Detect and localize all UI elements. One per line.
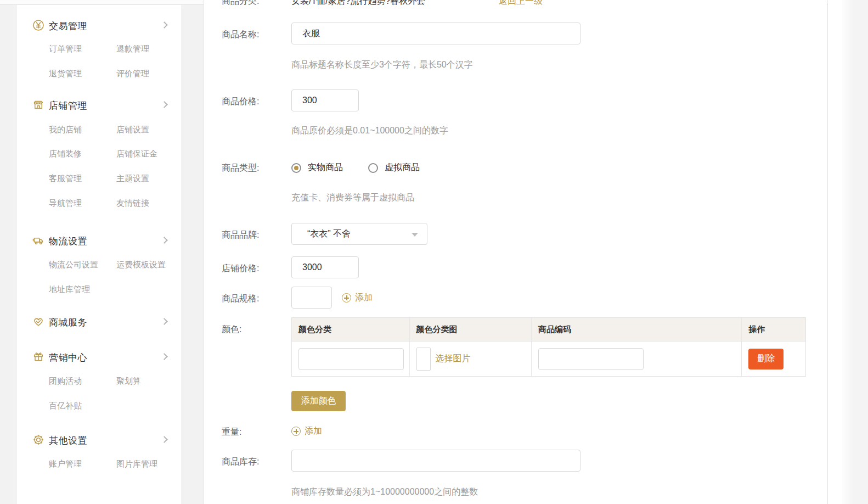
yen-circle-icon [32,19,44,31]
sidebar-item-juhuasuan[interactable]: 聚划算 [116,376,141,387]
product-type-hint: 充值卡、消费券等属于虚拟商品 [291,192,414,203]
pick-image-link[interactable]: 选择图片 [436,353,471,365]
back-to-parent-link[interactable]: 返回上一级 [499,0,543,7]
sidebar-section-logistics[interactable]: 物流设置 [17,234,181,248]
add-spec-label: 添加 [355,292,373,304]
delete-row-button[interactable]: 删除 [748,349,784,369]
sidebar-item-theme-settings[interactable]: 主题设置 [116,173,149,184]
sidebar-item-account-mgmt[interactable]: 账户管理 [49,458,82,469]
chevron-right-icon [161,101,168,108]
sidebar-section-other[interactable]: 其他设置 [17,434,181,447]
sidebar-section-title: 营销中心 [49,351,87,364]
sidebar-item-friend-links[interactable]: 友情链接 [116,198,149,209]
radio-physical-product[interactable] [291,163,301,173]
sidebar-item-refund-mgmt[interactable]: 退款管理 [116,43,149,54]
chevron-right-icon [161,21,168,29]
product-price-hint: 商品原价必须是0.01~100000之间的数字 [291,125,448,136]
sidebar-item-my-shop[interactable]: 我的店铺 [49,124,82,135]
sidebar-section-title: 物流设置 [49,235,87,248]
stock-input[interactable] [291,450,580,472]
product-price-input[interactable] [291,89,359,111]
product-name-label: 商品名称: [222,29,290,40]
product-name-input[interactable] [291,23,580,44]
radio-physical-label: 实物商品 [308,162,343,173]
color-label: 颜色: [222,324,290,335]
sidebar-section-trade[interactable]: 交易管理 [17,19,181,32]
sidebar-item-shop-deposit[interactable]: 店铺保证金 [116,148,157,159]
stock-hint: 商铺库存数量必须为1~10000000000之间的整数 [291,486,478,497]
right-side-panel [842,0,868,504]
sidebar-item-order-mgmt[interactable]: 订单管理 [49,43,82,54]
sidebar-section-mall-service[interactable]: 商城服务 [17,316,181,329]
sidebar-section-marketing[interactable]: 营销中心 [17,351,181,364]
spec-input[interactable] [291,287,332,309]
chevron-right-icon [161,318,168,325]
shop-price-label: 店铺价格: [222,263,290,274]
image-preview-box [416,348,431,371]
add-color-button[interactable]: 添加颜色 [291,391,346,411]
chevron-right-icon [161,436,168,443]
plus-circle-icon [342,293,351,303]
plus-circle-icon [291,427,301,436]
gear-icon [32,434,44,446]
truck-icon [32,234,44,247]
radio-virtual-label: 虚拟商品 [385,162,420,173]
brand-label: 商品品牌: [222,229,290,240]
sidebar-item-image-library[interactable]: 图片库管理 [116,458,157,469]
stock-label: 商品库存: [222,456,290,467]
gift-icon [32,351,44,363]
col-header-color-image: 颜色分类图 [410,318,532,341]
page: 交易管理 订单管理 退款管理 退货管理 评价管理 店铺管理 我的店铺 店铺设置 … [0,0,868,504]
right-gutter [828,0,842,504]
add-weight-link[interactable]: 添加 [291,425,322,437]
weight-label: 重量: [222,427,290,438]
chevron-right-icon [161,353,168,360]
spec-label: 商品规格: [222,293,290,304]
shop-price-input[interactable] [291,256,359,278]
sidebar-item-shop-settings[interactable]: 店铺设置 [116,124,149,135]
sidebar-item-review-mgmt[interactable]: 评价管理 [116,68,149,79]
sidebar-item-nav-mgmt[interactable]: 导航管理 [49,198,82,209]
sidebar-item-return-mgmt[interactable]: 退货管理 [49,68,82,79]
brand-select[interactable]: “衣衣” 不舍 [291,223,427,245]
col-header-product-code: 商品编码 [532,318,742,341]
chevron-right-icon [161,237,168,244]
add-weight-label: 添加 [305,425,322,437]
color-category-input[interactable] [298,348,404,370]
sidebar-item-address-library[interactable]: 地址库管理 [49,284,90,295]
category-value: 女装/T恤/家居?流行趋势?春秋外套 [291,0,425,7]
sidebar-item-subsidy[interactable]: 百亿补贴 [49,400,82,411]
color-table-header: 颜色分类 颜色分类图 商品编码 操作 [291,317,806,341]
sidebar-section-title: 商城服务 [49,316,87,329]
storefront-icon [32,99,44,111]
sidebar: 交易管理 订单管理 退款管理 退货管理 评价管理 店铺管理 我的店铺 店铺设置 … [17,5,181,504]
sidebar-section-title: 交易管理 [49,20,87,32]
brand-select-value: “衣衣” 不舍 [307,228,351,240]
category-label: 商品分类: [222,0,290,7]
add-spec-link[interactable]: 添加 [342,292,373,304]
sidebar-item-group-buy[interactable]: 团购活动 [49,376,82,387]
sidebar-item-shop-decor[interactable]: 店铺装修 [49,148,82,159]
product-code-input[interactable] [538,348,644,370]
sidebar-item-logistics-company[interactable]: 物流公司设置 [49,259,98,270]
sidebar-item-freight-template[interactable]: 运费模板设置 [116,259,166,270]
handshake-icon [32,316,44,328]
col-header-actions: 操作 [742,318,805,341]
color-table-row: 选择图片 删除 [291,341,806,377]
radio-virtual-product[interactable] [368,163,378,173]
col-header-color-category: 颜色分类 [292,318,410,341]
product-price-label: 商品价格: [222,96,290,107]
product-type-label: 商品类型: [222,163,290,173]
sidebar-section-shop[interactable]: 店铺管理 [17,99,181,112]
product-edit-form: 商品分类: 女装/T恤/家居?流行趋势?春秋外套 返回上一级 商品名称: 商品标… [204,0,827,504]
chevron-down-icon [412,233,418,237]
sidebar-item-service-mgmt[interactable]: 客服管理 [49,173,82,184]
sidebar-section-title: 其他设置 [49,434,87,447]
product-name-hint: 商品标题名称长度至少3个字符，最长50个汉字 [291,59,473,70]
sidebar-section-title: 店铺管理 [49,99,87,112]
color-table: 颜色分类 颜色分类图 商品编码 操作 选择图片 删除 [291,317,806,377]
